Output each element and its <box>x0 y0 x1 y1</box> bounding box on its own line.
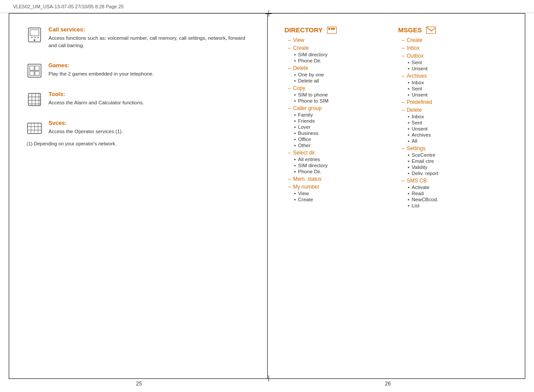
directory-menu-item: Business <box>294 131 398 136</box>
msges-menu-item: All <box>408 138 512 144</box>
msges-menu-item: Delete <box>402 107 512 113</box>
tools-title: Tools: <box>48 91 144 97</box>
svg-rect-1 <box>30 30 39 36</box>
msges-menu-item: Outbox <box>402 53 512 59</box>
directory-menu-item: All entries <box>294 157 398 162</box>
directory-menu-item: Office <box>294 137 398 142</box>
msges-menu-item: Create <box>402 37 512 43</box>
games-title: Games: <box>48 62 154 69</box>
directory-menu-item: Other <box>294 143 398 148</box>
directory-menu-item: Copy <box>288 85 398 91</box>
directory-menu-item: One by one <box>294 72 398 77</box>
directory-menu-item: View <box>294 191 398 196</box>
directory-menu-item: View <box>288 37 398 43</box>
games-icon <box>27 63 42 79</box>
directory-menu-item: My number <box>288 184 398 190</box>
footnote: (1) Depending on your operator's network… <box>27 141 117 146</box>
call-services-content: Call services: Access functions such as:… <box>48 26 254 50</box>
tools-icon <box>27 92 42 107</box>
svces-title: Svces: <box>48 120 123 126</box>
msges-menu-item: Inbox <box>402 45 512 51</box>
directory-menu-item: SIM directory <box>294 52 398 57</box>
svg-rect-9 <box>30 71 34 76</box>
directory-section: DIRECTORY ViewCreateSIM directoryPhone D… <box>285 26 398 209</box>
tools-item: Tools: Access the Alarm and Calculator f… <box>27 91 254 107</box>
directory-menu-item: Phone Dir. <box>294 169 398 174</box>
msges-menu-item: Validity <box>408 165 512 170</box>
svces-content: Svces: Access the Operator services (1). <box>48 120 123 135</box>
directory-menu-item: Friends <box>294 118 398 124</box>
msges-menu-item: Archives <box>408 132 512 138</box>
right-content: DIRECTORY ViewCreateSIM directoryPhone D… <box>285 26 512 209</box>
directory-items: ViewCreateSIM directoryPhone Dir.DeleteO… <box>285 37 398 202</box>
msges-menu-item: Read <box>408 191 512 196</box>
border-right <box>525 13 525 379</box>
call-services-title: Call services: <box>48 26 254 33</box>
msges-header: MSGES <box>398 26 512 34</box>
tools-content: Tools: Access the Alarm and Calculator f… <box>48 91 144 107</box>
directory-icon <box>327 27 337 34</box>
msges-menu-item: Predefined <box>402 99 512 105</box>
directory-menu-item: Lover <box>294 124 398 130</box>
directory-menu-item: SIM to phone <box>294 92 398 97</box>
msges-menu-item: Unsent <box>408 92 512 97</box>
msges-menu-item: Sent <box>408 60 512 65</box>
msges-menu-item: List <box>408 203 512 208</box>
msges-menu-item: Sent <box>408 120 512 125</box>
svces-desc: Access the Operator services (1). <box>48 128 123 135</box>
directory-menu-item: Family <box>294 112 398 117</box>
msges-menu-item: Settings <box>402 145 512 151</box>
msges-title: MSGES <box>398 26 422 34</box>
msges-menu-item: Activate <box>408 185 512 190</box>
header-bar: VLE502_UM_USA-13-07-05 27/10/05 8:28 Pag… <box>0 0 534 13</box>
svg-point-5 <box>34 39 35 41</box>
directory-menu-item: Phone Dir. <box>294 58 398 63</box>
msges-menu-item: Unsent <box>408 66 512 71</box>
call-services-item: Call services: Access functions such as:… <box>27 26 254 50</box>
games-desc: Play the 2 games embedded in your teleph… <box>48 70 154 78</box>
msges-menu-item: Unsent <box>408 126 512 131</box>
directory-menu-item: Delete all <box>294 78 398 83</box>
msges-menu-item: Archives <box>402 73 512 79</box>
directory-menu-item: Create <box>288 45 398 51</box>
games-item: Games: Play the 2 games embedded in your… <box>27 62 254 79</box>
directory-menu-item: Phone to SIM <box>294 98 398 103</box>
msges-menu-item: Deliv. report <box>408 171 512 176</box>
header-text: VLE502_UM_USA-13-07-05 27/10/05 8:28 Pag… <box>13 4 124 9</box>
cross-mark-bottom <box>265 375 272 382</box>
directory-menu-item: Create <box>294 197 398 202</box>
msges-menu-item: SceCentre <box>408 152 512 158</box>
msges-section: MSGES CreateInboxOutboxSentUnsentArchive… <box>398 26 512 209</box>
directory-menu-item: SIM directory <box>294 163 398 168</box>
call-services-icon <box>27 27 42 43</box>
games-content: Games: Play the 2 games embedded in your… <box>48 62 154 78</box>
msges-menu-item: SMS CB <box>402 178 512 184</box>
directory-menu-item: Mem. status <box>288 176 398 182</box>
svces-item: Svces: Access the Operator services (1). <box>27 120 254 136</box>
svg-rect-8 <box>35 66 39 70</box>
msges-menu-item: Email ctre <box>408 158 512 164</box>
directory-menu-item: Delete <box>288 65 398 71</box>
envelope-icon <box>426 27 436 34</box>
page-number-left: 25 <box>136 381 142 387</box>
page-number-right: 26 <box>385 381 391 387</box>
msges-menu-item: Inbox <box>408 114 512 119</box>
tools-desc: Access the Alarm and Calculator function… <box>48 99 144 107</box>
msges-menu-item: NewCBcod. <box>408 197 512 202</box>
msges-items: CreateInboxOutboxSentUnsentArchivesInbox… <box>398 37 512 208</box>
left-page: Call services: Access functions such as:… <box>9 13 267 166</box>
call-services-desc: Access functions such as: voicemail numb… <box>48 34 254 50</box>
msges-menu-item: Inbox <box>408 80 512 85</box>
right-page: DIRECTORY ViewCreateSIM directoryPhone D… <box>267 13 525 227</box>
svces-icon <box>27 120 42 136</box>
directory-header: DIRECTORY <box>285 26 398 34</box>
directory-menu-item: Select dir. <box>288 150 398 156</box>
directory-title: DIRECTORY <box>285 26 323 34</box>
msges-menu-item: Sent <box>408 86 512 91</box>
directory-menu-item: Caller group <box>288 105 398 111</box>
